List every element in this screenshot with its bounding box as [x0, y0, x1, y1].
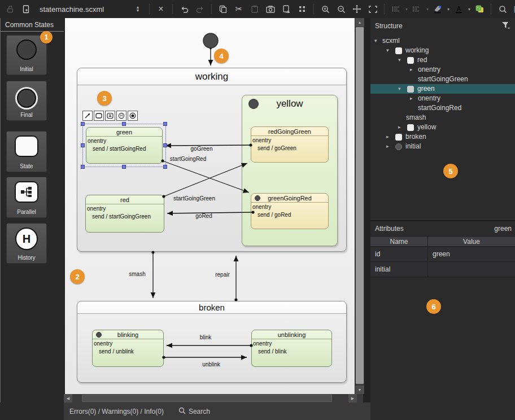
scroll-right-icon[interactable]: ▶: [348, 394, 357, 403]
selection-handle[interactable]: [122, 122, 126, 126]
tree-item-working[interactable]: ▾working: [370, 46, 515, 55]
attribute-value[interactable]: green: [428, 247, 515, 261]
align-caret-icon[interactable]: ▾: [405, 7, 408, 12]
tree-item-broken[interactable]: ▸broken: [370, 132, 515, 142]
palette-item-label: Parallel: [17, 209, 36, 215]
transition-label-startgoinggreen[interactable]: startGoingGreen: [173, 195, 215, 202]
svg-text:H: H: [120, 113, 123, 117]
history-icon[interactable]: H: [116, 111, 126, 121]
canvas-horizontal-scrollbar[interactable]: ◀ ▶: [64, 394, 363, 403]
tree-item-red[interactable]: ▾red: [370, 55, 515, 65]
tab-spinner-icon[interactable]: ▲▼: [131, 2, 145, 16]
expand-icon[interactable]: ▾: [398, 84, 406, 94]
distribute-icon[interactable]: [410, 2, 424, 16]
transition-label-startgoingred[interactable]: startGoingRed: [170, 156, 206, 162]
pan-icon[interactable]: [350, 2, 364, 16]
theme-colors-icon[interactable]: [473, 2, 486, 16]
attribute-value[interactable]: [428, 262, 515, 277]
search-icon[interactable]: [496, 2, 509, 16]
font-color-caret-icon[interactable]: ▾: [468, 7, 470, 12]
transition-label-gogreen[interactable]: goGreen: [191, 146, 213, 152]
attributes-col-name[interactable]: Name: [370, 237, 428, 246]
paste-icon[interactable]: [248, 2, 261, 16]
tree-item-scxml[interactable]: ▾scxml: [370, 36, 515, 46]
screenshot-icon[interactable]: [264, 2, 277, 16]
tree-item-startgoingred[interactable]: startGoingRed: [370, 103, 515, 113]
selection-handle[interactable]: [122, 165, 126, 169]
collapse-icon[interactable]: ▸: [386, 142, 394, 151]
lock-icon[interactable]: [3, 2, 17, 16]
collapse-icon[interactable]: ▸: [410, 65, 418, 75]
cut-icon[interactable]: ✂: [232, 2, 246, 16]
problems-summary[interactable]: Errors(0) / Warnings(0) / Info(0): [69, 408, 164, 415]
font-color-icon[interactable]: A: [452, 2, 465, 16]
fill-color-caret-icon[interactable]: ▾: [447, 7, 449, 12]
transition-startgoingred[interactable]: [163, 161, 249, 193]
state-icon[interactable]: [94, 111, 104, 121]
attribute-row-id[interactable]: id green: [370, 247, 515, 262]
panels-icon[interactable]: [512, 2, 515, 16]
palette-parallel-button[interactable]: Parallel: [6, 177, 47, 218]
final-icon[interactable]: [128, 111, 138, 121]
fill-color-icon[interactable]: [431, 2, 444, 16]
align-icon[interactable]: [389, 2, 403, 16]
svg-text:A: A: [456, 5, 461, 12]
copy-icon[interactable]: [216, 2, 230, 16]
attribute-row-initial[interactable]: initial: [370, 262, 515, 277]
expand-icon[interactable]: ▾: [398, 55, 406, 65]
expand-icon[interactable]: ▾: [374, 36, 382, 46]
expand-icon[interactable]: ▾: [386, 46, 394, 55]
selection-handle[interactable]: [81, 165, 85, 169]
scroll-left-icon[interactable]: ◀: [64, 394, 72, 403]
initial-state-node[interactable]: [203, 33, 218, 48]
status-search[interactable]: Search: [178, 406, 210, 417]
redo-icon[interactable]: [193, 2, 207, 16]
collapse-icon[interactable]: ▸: [410, 94, 418, 103]
zoom-in-icon[interactable]: [318, 2, 332, 16]
undo-icon[interactable]: [177, 2, 191, 16]
palette-state-button[interactable]: State: [6, 131, 47, 172]
snap-grid-icon[interactable]: [295, 2, 309, 16]
transition-label-smash[interactable]: smash: [129, 271, 145, 277]
tree-item-onentry[interactable]: ▸onentry: [370, 65, 515, 75]
filter-icon[interactable]: [501, 21, 510, 30]
distribute-caret-icon[interactable]: ▾: [426, 7, 429, 12]
tree-item-green-selected[interactable]: ▾green: [370, 84, 515, 94]
selection-handle[interactable]: [163, 143, 167, 147]
tree-item-yellow[interactable]: ▸yellow: [370, 123, 515, 132]
tree-item-startgoinggreen[interactable]: startGoingGreen: [370, 75, 515, 84]
horizontal-scroll-thumb[interactable]: [82, 395, 332, 402]
fit-screen-icon[interactable]: [366, 2, 379, 16]
callout-badge-3: 3: [97, 91, 112, 106]
zoom-out-icon[interactable]: [334, 2, 348, 16]
scroll-down-icon[interactable]: ▼: [355, 386, 364, 394]
selection-handle[interactable]: [81, 122, 85, 126]
attributes-col-value[interactable]: Value: [428, 237, 515, 246]
collapse-icon[interactable]: ▸: [386, 132, 394, 142]
parallel-icon[interactable]: [105, 111, 115, 121]
transition-label-blink[interactable]: blink: [200, 334, 212, 340]
transition-label-gored[interactable]: goRed: [195, 213, 212, 219]
export-icon[interactable]: [280, 2, 293, 16]
selection-handle[interactable]: [81, 143, 85, 147]
transition-label-repair[interactable]: repair: [215, 272, 230, 278]
tree-item-smash[interactable]: smash: [370, 113, 515, 123]
state-chart-canvas[interactable]: working yellow broken green onentry send…: [65, 18, 355, 394]
palette-initial-button[interactable]: Initial: [6, 35, 47, 75]
transition-label-unblink[interactable]: unblink: [202, 361, 220, 368]
selection-handle[interactable]: [163, 165, 167, 169]
transition-icon[interactable]: [82, 111, 93, 121]
scroll-up-icon[interactable]: ▲: [355, 18, 364, 27]
tree-item-initial[interactable]: ▸initial: [370, 142, 515, 151]
selection-handle[interactable]: [163, 122, 167, 126]
canvas-vertical-scrollbar[interactable]: ▲ ▼: [355, 18, 364, 394]
transition-startgoinggreen[interactable]: [164, 163, 247, 196]
palette-final-button[interactable]: Final: [6, 81, 47, 121]
vertical-scroll-thumb[interactable]: [356, 27, 364, 384]
callout-badge-4: 4: [214, 49, 229, 63]
document-tab-title[interactable]: statemachine.scxml: [40, 5, 124, 14]
close-icon[interactable]: ×: [154, 2, 168, 16]
palette-history-button[interactable]: H History: [6, 223, 47, 264]
tree-item-onentry[interactable]: ▸onentry: [370, 94, 515, 103]
collapse-icon[interactable]: ▸: [398, 123, 406, 132]
